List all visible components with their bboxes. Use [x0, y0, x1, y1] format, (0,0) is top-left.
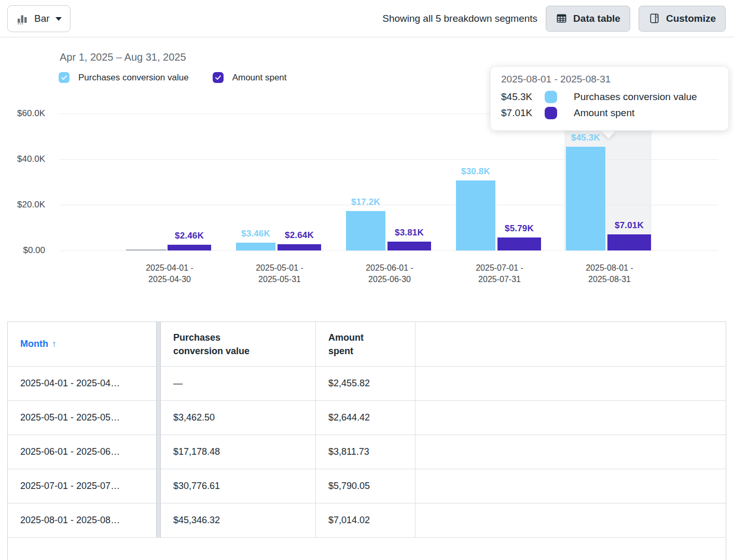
sort-ascending-icon: ↑	[52, 339, 57, 349]
cell-amount-spent: $2,455.82	[315, 367, 415, 401]
column-resize-handle[interactable]	[156, 401, 161, 435]
ads-insights-chart-page: { "toolbar": { "chart_type": {"label": "…	[0, 0, 734, 560]
x-axis-category-label: 2025-05-01 - 2025-05-31	[225, 262, 335, 285]
breakdown-data-table: Month ↑ Purchases conversion value Amoun…	[7, 321, 726, 560]
amount-spent-bar[interactable]	[607, 234, 651, 250]
tooltip-row: $7.01K Amount spent	[501, 105, 718, 121]
x-axis-category-label: 2025-04-01 - 2025-04-30	[115, 262, 225, 285]
cell-amount-spent: $7,014.02	[315, 503, 415, 538]
customize-panel-icon	[648, 12, 660, 24]
cell-month: 2025-06-01 - 2025-06…	[8, 435, 156, 469]
x-axis-category-label: 2025-06-01 - 2025-06-30	[335, 262, 445, 285]
y-axis-tick-label: $0.00	[0, 245, 45, 256]
chart-section: Apr 1, 2025 – Aug 31, 2025 Purchases con…	[0, 38, 734, 321]
series-swatch	[545, 91, 557, 103]
cell-month: 2025-08-01 - 2025-08…	[8, 503, 156, 538]
customize-button-label: Customize	[666, 13, 716, 24]
data-table-button[interactable]: Data table	[546, 6, 630, 32]
bar-value-label: $17.2K	[332, 197, 399, 207]
customize-button[interactable]: Customize	[639, 6, 726, 32]
series-swatch	[545, 107, 557, 119]
amount-spent-bar[interactable]	[168, 245, 211, 250]
cell-purchases-conversion-value: —	[161, 367, 315, 401]
cell-empty	[415, 503, 726, 538]
column-header-empty	[415, 322, 726, 367]
table-grid-icon	[556, 12, 567, 24]
tooltip-title: 2025-08-01 - 2025-08-31	[501, 74, 718, 85]
breakdown-status-text: Showing all 5 breakdown segments	[382, 13, 537, 24]
tooltip-series-label: Amount spent	[574, 107, 634, 119]
y-axis-tick-label: $20.0K	[0, 200, 45, 210]
bar-value-label: $7.01K	[595, 220, 663, 231]
cell-empty	[415, 367, 726, 401]
column-resize-handle[interactable]	[156, 469, 161, 503]
bar-value-label: $30.8K	[442, 166, 509, 177]
data-table-button-label: Data table	[573, 13, 620, 24]
column-header-month[interactable]: Month ↑	[8, 322, 156, 367]
purchases-conversion-value-bar[interactable]	[236, 243, 275, 250]
zero-value-bar[interactable]	[126, 249, 167, 250]
cell-month: 2025-04-01 - 2025-04…	[8, 367, 156, 401]
amount-spent-bar[interactable]	[387, 242, 431, 250]
cell-empty	[415, 435, 726, 469]
column-header-amount-spent[interactable]: Amount spent	[315, 322, 415, 367]
chart-type-label: Bar	[34, 13, 50, 24]
cell-purchases-conversion-value: $17,178.48	[161, 435, 315, 469]
tooltip-row: $45.3K Purchases conversion value	[501, 89, 718, 105]
bar-value-label: $2.46K	[156, 231, 223, 241]
tooltip-series-label: Purchases conversion value	[574, 91, 697, 103]
tooltip-value: $7.01K	[501, 107, 545, 119]
purchases-conversion-value-bar[interactable]	[566, 147, 605, 250]
cell-month: 2025-07-01 - 2025-07…	[8, 469, 156, 503]
cell-amount-spent: $2,644.42	[315, 401, 415, 435]
bar-value-label: $2.64K	[266, 230, 333, 241]
table-empty-area	[8, 538, 726, 558]
x-axis-category-label: 2025-07-01 - 2025-07-31	[445, 262, 555, 285]
x-axis-category-label: 2025-08-01 - 2025-08-31	[555, 262, 664, 285]
cell-empty	[415, 469, 726, 503]
column-resize-handle[interactable]	[156, 435, 161, 469]
column-resize-handle[interactable]	[156, 322, 161, 367]
amount-spent-bar[interactable]	[278, 244, 321, 250]
chart-type-dropdown[interactable]: Bar	[7, 5, 71, 32]
column-header-purchases-conversion-value[interactable]: Purchases conversion value	[161, 322, 315, 367]
bar-value-label: $3.81K	[376, 228, 443, 238]
cell-amount-spent: $3,811.73	[315, 435, 415, 469]
cell-amount-spent: $5,790.05	[315, 469, 415, 503]
toolbar: Bar Showing all 5 breakdown segments Dat…	[0, 0, 734, 37]
bar-chart-icon	[16, 12, 29, 25]
cell-month: 2025-05-01 - 2025-05…	[8, 401, 156, 435]
chart-tooltip: 2025-08-01 - 2025-08-31 $45.3K Purchases…	[490, 66, 729, 131]
cell-empty	[415, 401, 726, 435]
gridline	[60, 159, 718, 160]
cell-purchases-conversion-value: $3,462.50	[161, 401, 315, 435]
gridline	[60, 250, 718, 251]
bar-value-label: $5.79K	[486, 223, 553, 234]
cell-purchases-conversion-value: $45,346.32	[161, 503, 315, 538]
purchases-conversion-value-bar[interactable]	[456, 180, 495, 250]
column-resize-handle[interactable]	[156, 367, 161, 401]
column-resize-handle[interactable]	[156, 503, 161, 538]
cell-purchases-conversion-value: $30,776.61	[161, 469, 315, 503]
tooltip-value: $45.3K	[501, 91, 545, 103]
y-axis-tick-label: $60.0K	[0, 108, 45, 119]
y-axis-tick-label: $40.0K	[0, 154, 45, 164]
amount-spent-bar[interactable]	[497, 237, 541, 250]
chevron-down-icon	[56, 17, 62, 21]
